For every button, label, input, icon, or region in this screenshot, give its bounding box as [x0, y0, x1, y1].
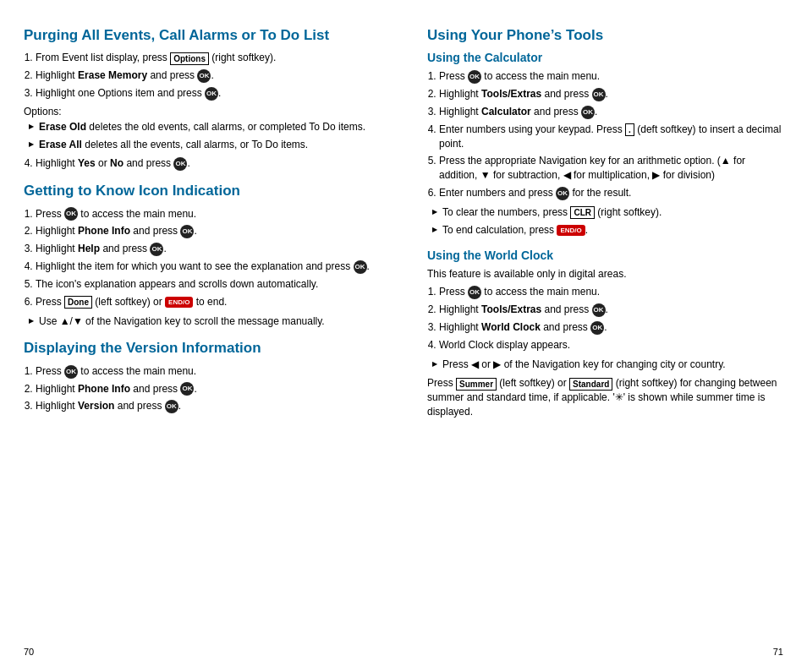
step-item: Highlight Tools/Extras and press OK.	[439, 87, 783, 101]
menu-btn: OK	[205, 87, 218, 101]
menu-btn: OK	[592, 303, 606, 317]
step-item: Highlight Tools/Extras and press OK.	[439, 303, 783, 317]
page-left: Purging All Events, Call Alarms or To Do…	[0, 0, 404, 672]
step-item: Highlight World Clock and press OK.	[439, 320, 783, 335]
steps-version: Press OK to access the main menu. Highli…	[36, 364, 380, 413]
step-item: From Event list display, press Options (…	[36, 51, 380, 65]
bullet-item: To end calculation, press END/O.	[432, 223, 783, 238]
menu-btn: OK	[173, 157, 187, 171]
steps-world-clock: Press OK to access the main menu. Highli…	[439, 285, 783, 352]
steps-calculator: Press OK to access the main menu. Highli…	[439, 69, 783, 200]
menu-btn: OK	[468, 70, 481, 84]
menu-btn: OK	[468, 286, 481, 299]
step-item: Press OK to access the main menu.	[439, 69, 783, 84]
summer-btn: Summer	[456, 378, 497, 391]
page-number-left: 70	[24, 647, 34, 657]
page-right: Using Your Phone’s Tools Using the Calcu…	[404, 0, 807, 672]
bullet-item: Erase All deletes all the events, call a…	[29, 138, 380, 152]
title-purging: Purging All Events, Call Alarms or To Do…	[24, 27, 380, 44]
menu-btn: OK	[581, 106, 595, 119]
clr-btn: CLR	[570, 206, 595, 219]
menu-btn: OK	[556, 187, 569, 200]
bullet-item: To clear the numbers, press CLR (right s…	[432, 205, 783, 220]
step-item: Press OK to access the main menu.	[36, 364, 380, 379]
step-item: Enter numbers and press OK for the resul…	[439, 186, 783, 200]
end-btn: END/O	[557, 225, 585, 236]
section-world-clock: Using the World Clock This feature is av…	[427, 249, 783, 418]
end-btn: END/O	[165, 297, 193, 308]
world-clock-footer: Press Summer (left softkey) or Standard …	[427, 376, 783, 418]
world-clock-note: This feature is available only in digita…	[427, 267, 783, 281]
step-item: Highlight Calculator and press OK.	[439, 105, 783, 119]
step-item: Highlight Phone Info and press OK.	[36, 382, 380, 396]
title-version-info: Displaying the Version Information	[24, 340, 380, 357]
options-btn: Options	[170, 52, 209, 65]
step-item: The icon's explanation appears and scrol…	[36, 277, 380, 292]
section-calculator: Using the Calculator Press OK to access …	[427, 51, 783, 237]
page-container: Purging All Events, Call Alarms or To Do…	[0, 0, 807, 672]
main-title-right: Using Your Phone’s Tools	[427, 27, 783, 44]
title-icon-indication: Getting to Know Icon Indication	[24, 183, 380, 199]
world-clock-bullets: Press ◀ or ▶ of the Navigation key for c…	[432, 358, 783, 372]
step-item: Highlight one Options item and press OK.	[36, 86, 380, 101]
step-item: Highlight Erase Memory and press OK.	[36, 68, 380, 83]
step-item: Press OK to access the main menu.	[36, 207, 380, 221]
section-purging: Purging All Events, Call Alarms or To Do…	[24, 27, 380, 171]
bullet-item: Use ▲/▼ of the Navigation key to scroll …	[29, 314, 380, 329]
menu-btn: OK	[165, 400, 178, 413]
menu-btn: OK	[197, 69, 211, 83]
menu-btn: OK	[592, 88, 606, 101]
step-item: Enter numbers using your keypad. Press .…	[439, 123, 783, 151]
step-item: Highlight Help and press OK.	[36, 242, 380, 256]
title-world-clock: Using the World Clock	[427, 249, 783, 262]
menu-btn: OK	[354, 260, 367, 274]
step-item: Highlight Yes or No and press OK.	[36, 156, 380, 171]
step-item: Press Done (left softkey) or END/O to en…	[36, 295, 380, 309]
bullet-item: Erase Old deletes the old events, call a…	[29, 120, 380, 134]
dot-btn: .	[625, 123, 634, 136]
section-icon-indication: Getting to Know Icon Indication Press OK…	[24, 183, 380, 328]
page-number-right: 71	[773, 647, 783, 657]
bullet-item: Press ◀ or ▶ of the Navigation key for c…	[432, 358, 783, 372]
icon-bullets: Use ▲/▼ of the Navigation key to scroll …	[29, 314, 380, 329]
step-item: Highlight the item for which you want to…	[36, 260, 380, 274]
standard-btn: Standard	[569, 378, 612, 391]
step-item: Highlight Phone Info and press OK.	[36, 224, 380, 238]
options-bullets: Erase Old deletes the old events, call a…	[29, 120, 380, 152]
step-item: World Clock display appears.	[439, 338, 783, 352]
menu-btn: OK	[64, 365, 78, 379]
steps-icon: Press OK to access the main menu. Highli…	[36, 207, 380, 309]
title-calculator: Using the Calculator	[427, 51, 783, 64]
options-label: Options:	[24, 106, 380, 117]
steps-purging-4: Highlight Yes or No and press OK.	[36, 156, 380, 171]
menu-btn: OK	[590, 321, 604, 335]
step-item: Press OK to access the main menu.	[439, 285, 783, 299]
menu-btn: OK	[180, 225, 194, 238]
step-item: Highlight Version and press OK.	[36, 399, 380, 413]
step-item: Press the appropriate Navigation key for…	[439, 154, 783, 183]
menu-btn: OK	[64, 207, 78, 221]
menu-btn: OK	[150, 243, 163, 256]
steps-purging: From Event list display, press Options (…	[36, 51, 380, 100]
calculator-bullets: To clear the numbers, press CLR (right s…	[432, 205, 783, 238]
done-btn: Done	[64, 296, 92, 309]
menu-btn: OK	[180, 382, 194, 396]
section-version-info: Displaying the Version Information Press…	[24, 340, 380, 413]
